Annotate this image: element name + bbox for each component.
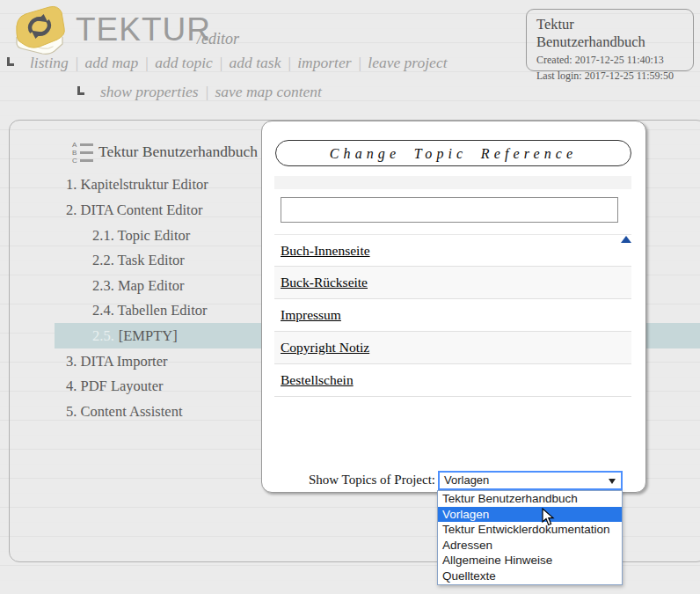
brand-name: TEKTUR [76, 11, 211, 48]
option-adressen[interactable]: Adressen [438, 538, 622, 554]
project-created: Created: 2017-12-25 11:40:13 [536, 54, 683, 67]
menu-item-add-map[interactable]: add map [85, 54, 139, 72]
option-quelltexte[interactable]: Quelltexte [438, 568, 622, 584]
topic-link-buck-rueckseite[interactable]: Buck-Rückseite [281, 275, 368, 290]
dialog-title: Change Topic Reference [275, 140, 631, 166]
tree-item-pdf-layouter[interactable]: 4. PDF Layouter [66, 378, 163, 395]
topic-link-impressum[interactable]: Impressum [281, 307, 341, 323]
project-info-title: Tektur Benutzerhandbuch [536, 16, 683, 51]
tree-item-kapitelstruktur-editor[interactable]: 1. Kapitelstruktur Editor [66, 176, 208, 194]
book-sync-logo-icon [11, 4, 70, 58]
change-topic-reference-dialog: Change Topic Reference Buch-Innenseite B… [261, 121, 646, 493]
option-tektur-entwicklerdokumentation[interactable]: Tektur Entwicklerdokumentation [438, 522, 622, 538]
tree-item-task-editor[interactable]: 2.2. Task Editor [92, 252, 185, 269]
option-tektur-benutzerhandbuch[interactable]: Tektur Benutzerhandbuch [438, 491, 622, 507]
menu-separator: | [357, 54, 361, 72]
tree-item-map-editor[interactable]: 2.3. Map Editor [92, 277, 185, 295]
menu-item-importer[interactable]: importer [297, 54, 351, 72]
project-select-dropdown: Tektur Benutzerhandbuch Vorlagen Tektur … [437, 490, 623, 585]
tree-item-number: 2.5. [92, 327, 114, 344]
show-topics-label: Show Topics of Project: [262, 473, 435, 488]
tree-item-tabellen-editor[interactable]: 2.4. Tabellen Editor [92, 302, 208, 319]
mouse-cursor-icon [542, 508, 556, 527]
option-allgemeine-hinweise[interactable]: Allgemeine Hinweise [438, 553, 622, 568]
menu-separator: | [219, 54, 223, 72]
menu-separator: | [75, 54, 79, 72]
tree-item-empty-selected[interactable]: 2.5.[EMPTY] [92, 327, 178, 345]
sub-menu: show properties | save map content [77, 83, 328, 101]
tree-item-topic-editor[interactable]: 2.1. Topic Editor [92, 227, 190, 245]
topic-link-copyright-notiz[interactable]: Copyright Notiz [281, 340, 369, 356]
menu-item-leave-project[interactable]: leave project [368, 54, 447, 72]
menu-item-add-task[interactable]: add task [230, 54, 281, 72]
list-index-icon: A B C [72, 141, 93, 165]
menu-item-show-properties[interactable]: show properties [100, 83, 199, 101]
topic-row[interactable]: Impressum [274, 299, 631, 332]
submenu-corner-icon [77, 86, 84, 95]
project-select-value: Vorlagen [444, 473, 489, 487]
project-info-box: Tektur Benutzerhandbuch Created: 2017-12… [526, 9, 694, 71]
menu-separator: | [144, 54, 149, 72]
project-select[interactable]: Vorlagen [438, 471, 623, 490]
menu-item-listing[interactable]: listing [30, 54, 69, 72]
menu-separator: | [205, 83, 209, 101]
submenu-corner-icon [7, 57, 14, 66]
topic-row[interactable]: Bestellschein [274, 364, 631, 397]
project-last-login: Last login: 2017-12-25 11:59:50 [536, 70, 683, 83]
tree-item-label: [EMPTY] [119, 327, 178, 344]
menu-item-save-map-content[interactable]: save map content [215, 83, 322, 101]
topic-link-bestellschein[interactable]: Bestellschein [281, 372, 354, 388]
topic-row[interactable]: Buch-Innenseite [274, 234, 631, 267]
main-menu: listing | add map | add topic | add task… [7, 54, 454, 72]
topic-row[interactable]: Buck-Rückseite [274, 267, 631, 299]
topic-list: Buch-Innenseite Buck-Rückseite Impressum… [274, 234, 631, 397]
brand-suffix: /editor [197, 30, 239, 48]
tree-root-title[interactable]: Tektur Benutzerhandbuch [98, 143, 258, 161]
topic-link-buch-innenseite[interactable]: Buch-Innenseite [281, 243, 370, 259]
menu-item-add-topic[interactable]: add topic [155, 54, 213, 72]
menu-separator: | [287, 54, 291, 72]
dropdown-arrow-icon [609, 479, 616, 484]
tektur-editor-page: TEKTUR /editor Tektur Benutzerhandbuch C… [0, 0, 700, 594]
tree-item-content-assistent[interactable]: 5. Content Assistent [66, 403, 182, 421]
topic-search-input[interactable] [281, 197, 618, 223]
topic-row[interactable]: Copyright Notiz [274, 332, 631, 364]
tree-item-dita-importer[interactable]: 3. DITA Importer [66, 353, 168, 370]
option-vorlagen[interactable]: Vorlagen [438, 507, 622, 523]
tree-item-dita-content-editor[interactable]: 2. DITA Content Editor [66, 202, 202, 219]
dialog-header-strip [274, 176, 631, 189]
